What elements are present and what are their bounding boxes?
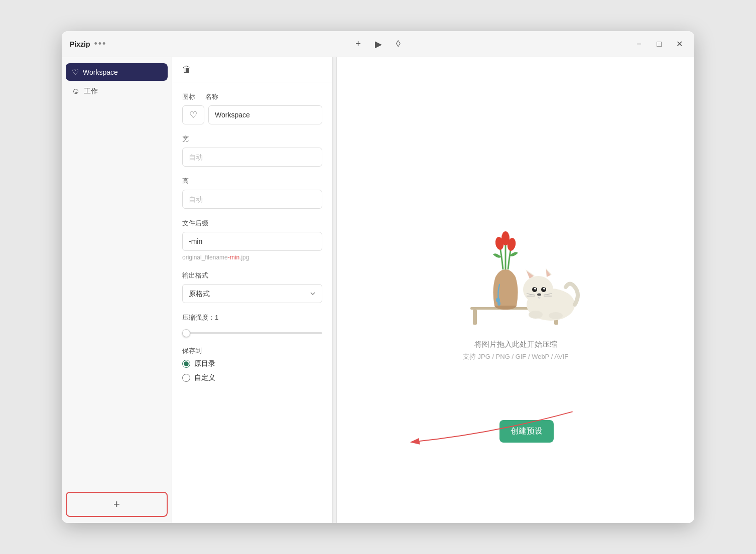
app-menu-button[interactable]: ••• <box>94 39 106 49</box>
icon-column-label: 图标 <box>182 92 195 101</box>
name-field-group: 图标 名称 ♡ <box>182 92 322 124</box>
eraser-icon[interactable]: ◊ <box>396 39 401 49</box>
add-preset-button[interactable]: + <box>66 492 168 517</box>
compression-value: 1 <box>215 314 218 321</box>
workspace-name-input[interactable] <box>208 105 322 124</box>
settings-body: 图标 名称 ♡ 宽 高 <box>172 82 332 397</box>
height-input[interactable] <box>182 190 322 209</box>
play-icon[interactable]: ▶ <box>375 39 382 50</box>
illustration <box>445 219 586 330</box>
width-label: 宽 <box>182 134 322 144</box>
icon-picker-button[interactable]: ♡ <box>182 105 204 124</box>
app-name: Pixzip <box>70 40 90 48</box>
width-field-group: 宽 <box>182 134 322 167</box>
suffix-label: 文件后缀 <box>182 219 322 228</box>
slider-wrapper <box>182 327 322 336</box>
maximize-button[interactable]: □ <box>652 37 666 51</box>
filename-preview: original_filename-min.jpg <box>182 254 322 261</box>
sidebar-item-work-label: 工作 <box>84 87 98 96</box>
work-icon: ☺ <box>72 87 80 96</box>
height-field-group: 高 <box>182 177 322 209</box>
selected-icon-display: ♡ <box>189 109 197 120</box>
suffix-field-group: 文件后缀 original_filename-min.jpg <box>182 219 322 261</box>
output-format-field-group: 输出格式 原格式 JPG PNG WebP AVIF <box>182 271 322 303</box>
settings-header: 🗑 <box>172 57 332 82</box>
settings-panel: 🗑 图标 名称 ♡ <box>172 57 333 523</box>
field-header-row: 图标 名称 <box>182 92 322 101</box>
panel-resize-handle[interactable] <box>333 57 337 523</box>
app-window: Pixzip ••• + ▶ ◊ − □ ✕ ♡ Workspace ☺ 工作 … <box>62 31 694 523</box>
output-format-select[interactable]: 原格式 JPG PNG WebP AVIF <box>182 284 322 303</box>
toolbar: + ▶ ◊ <box>355 39 400 50</box>
workspace-icon: ♡ <box>72 67 79 77</box>
sidebar: ♡ Workspace ☺ 工作 + <box>62 57 172 523</box>
save-custom-radio[interactable] <box>182 374 190 382</box>
sidebar-item-workspace[interactable]: ♡ Workspace <box>66 63 168 81</box>
width-input[interactable] <box>182 148 322 167</box>
titlebar: Pixzip ••• + ▶ ◊ − □ ✕ <box>62 31 694 57</box>
svg-point-19 <box>537 293 541 296</box>
save-original-option[interactable]: 原目录 <box>182 359 322 368</box>
compression-slider[interactable] <box>182 332 322 334</box>
name-column-label: 名称 <box>205 92 218 101</box>
minimize-button[interactable]: − <box>632 37 646 51</box>
sidebar-item-work[interactable]: ☺ 工作 <box>66 83 168 100</box>
save-to-label: 保存到 <box>182 346 322 355</box>
compression-field-group: 压缩强度：1 <box>182 313 322 336</box>
create-preset-callout: 创建预设 <box>499 420 554 443</box>
output-format-label: 输出格式 <box>182 271 322 280</box>
svg-point-25 <box>549 312 563 319</box>
save-custom-option[interactable]: 自定义 <box>182 373 322 382</box>
save-original-radio[interactable] <box>182 360 190 368</box>
save-to-section: 保存到 原目录 自定义 <box>182 346 322 382</box>
compression-label: 压缩强度：1 <box>182 313 322 322</box>
save-custom-label: 自定义 <box>194 373 215 382</box>
svg-point-10 <box>523 276 553 303</box>
svg-point-24 <box>529 311 543 319</box>
drop-secondary-text: 支持 JPG / PNG / GIF / WebP / AVIF <box>463 352 568 361</box>
icon-name-row: ♡ <box>182 105 322 124</box>
suffix-input[interactable] <box>182 232 322 251</box>
main-content: ♡ Workspace ☺ 工作 + 🗑 图标 名称 <box>62 57 694 523</box>
window-controls: − □ ✕ <box>632 37 686 51</box>
sidebar-item-workspace-label: Workspace <box>83 68 118 76</box>
drop-primary-text: 将图片拖入此处开始压缩 <box>474 340 557 349</box>
add-icon[interactable]: + <box>355 39 361 49</box>
svg-rect-1 <box>473 310 477 325</box>
svg-point-18 <box>543 288 545 290</box>
svg-point-17 <box>534 288 536 290</box>
height-label: 高 <box>182 177 322 186</box>
close-button[interactable]: ✕ <box>672 37 686 51</box>
delete-icon[interactable]: 🗑 <box>182 64 191 75</box>
svg-point-5 <box>497 302 500 306</box>
save-original-label: 原目录 <box>194 359 215 368</box>
drop-zone: 将图片拖入此处开始压缩 支持 JPG / PNG / GIF / WebP / … <box>445 219 586 361</box>
preview-area[interactable]: 将图片拖入此处开始压缩 支持 JPG / PNG / GIF / WebP / … <box>337 57 694 523</box>
